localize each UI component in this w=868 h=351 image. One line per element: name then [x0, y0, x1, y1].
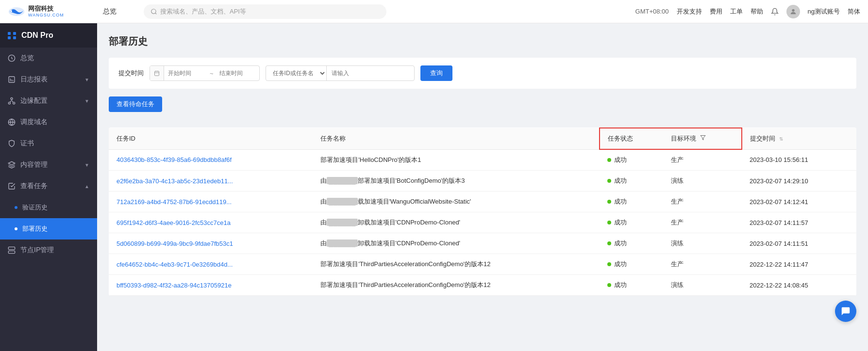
float-chat-button[interactable] — [835, 301, 856, 322]
svg-marker-20 — [701, 136, 705, 140]
start-date-input[interactable] — [164, 66, 208, 80]
chevron-down-icon: ▼ — [84, 77, 89, 82]
task-filter[interactable]: 任务ID或任务名 — [266, 65, 415, 81]
sidebar-item-certificate[interactable]: 证书 — [0, 133, 97, 154]
lang-switch[interactable]: 简体 — [848, 7, 860, 16]
task-id-cell[interactable]: cfe64652-bb4c-4eb3-9c71-0e3269bd4d... — [109, 254, 313, 275]
dot-active-icon — [15, 227, 17, 230]
task-id-cell[interactable]: 4036430b-853c-4f39-85a6-69dbdbb8af6f — [109, 149, 313, 171]
top-nav: 网宿科技 WANGSU.COM 总览 搜索域名、产品、文档、API等 GMT+0… — [0, 0, 868, 23]
sidebar: CDN Pro 总览 日志报表 ▼ 边缘配置 ▼ 调度 — [0, 23, 97, 351]
task-id-cell[interactable]: 712a2169-a4bd-4752-87b6-91ecdd119... — [109, 191, 313, 212]
task-status-cell: 成功 — [600, 233, 663, 254]
gauge-icon — [8, 54, 16, 62]
status-dot — [607, 158, 611, 162]
task-status-cell: 成功 — [600, 191, 663, 212]
username[interactable]: ng测试账号 — [808, 7, 840, 16]
chevron-up-icon: ▲ — [84, 184, 89, 189]
col-target-env: 目标环境 — [663, 128, 742, 149]
content-area: 部署历史 提交时间 ~ 任务ID或任务名 查询 查看待命任务 — [97, 23, 868, 351]
search-bar[interactable]: 搜索域名、产品、文档、API等 — [144, 4, 386, 19]
chevron-down-icon: ▼ — [84, 162, 89, 168]
target-env-cell: 演练 — [663, 171, 742, 191]
svg-point-4 — [792, 9, 794, 11]
search-icon — [150, 8, 157, 15]
task-name-cell: 由██████卸载加速项目'CDNProDemo-Cloned' — [313, 212, 600, 233]
svg-point-2 — [151, 9, 156, 13]
status-text: 成功 — [614, 281, 627, 288]
task-filter-select[interactable]: 任务ID或任务名 — [266, 66, 327, 80]
task-icon — [8, 182, 16, 190]
task-id-cell[interactable]: bff50393-d982-4f32-aa28-94c13705921e — [109, 275, 313, 296]
sidebar-item-view-tasks[interactable]: 查看任务 ▲ — [0, 176, 97, 197]
table-row: 712a2169-a4bd-4752-87b6-91ecdd119...由███… — [109, 191, 856, 212]
sort-icon[interactable]: ⇅ — [779, 136, 783, 142]
shield-icon — [8, 140, 16, 147]
dot-icon — [15, 206, 17, 209]
sidebar-item-node-ip[interactable]: 节点IP管理 — [0, 239, 97, 261]
sidebar-label-content: 内容管理 — [20, 160, 48, 169]
nav-overview[interactable]: 总览 — [95, 7, 124, 16]
status-dot — [607, 179, 611, 183]
target-env-cell: 演练 — [663, 275, 742, 296]
server-icon — [8, 246, 16, 254]
task-id-cell[interactable]: 5d060899-b699-499a-9bc9-9fdae7fb53c1 — [109, 233, 313, 254]
sidebar-item-edge-config[interactable]: 边缘配置 ▼ — [0, 90, 97, 112]
status-dot — [607, 283, 611, 287]
status-text: 成功 — [614, 260, 627, 268]
task-filter-input[interactable] — [327, 66, 414, 80]
sidebar-header: CDN Pro — [0, 23, 97, 48]
target-env-cell: 生产 — [663, 149, 742, 171]
task-name-cell: 部署加速项目'HelloCDNPro'的版本1 — [313, 149, 600, 171]
filter-label: 提交时间 — [118, 69, 144, 78]
sidebar-item-log-report[interactable]: 日志报表 ▼ — [0, 69, 97, 90]
col-task-id: 任务ID — [109, 128, 313, 149]
task-status-cell: 成功 — [600, 171, 663, 191]
calendar-icon — [150, 66, 164, 80]
ticket[interactable]: 工单 — [730, 7, 743, 16]
status-dot — [607, 262, 611, 266]
sidebar-label-cert: 证书 — [20, 139, 34, 148]
search-placeholder: 搜索域名、产品、文档、API等 — [160, 7, 246, 16]
dev-support[interactable]: 开发支持 — [677, 7, 702, 16]
filter-icon[interactable] — [700, 135, 706, 141]
task-status-cell: 成功 — [600, 149, 663, 171]
sidebar-label-overview: 总览 — [20, 54, 34, 63]
sidebar-item-verify-history[interactable]: 验证历史 — [0, 197, 97, 218]
chart-icon — [8, 76, 16, 83]
grid-icon — [8, 32, 17, 39]
avatar — [786, 5, 800, 18]
globe-icon — [8, 118, 16, 126]
query-button[interactable]: 查询 — [420, 65, 452, 81]
bell-icon[interactable] — [771, 8, 779, 16]
task-status-cell: 成功 — [600, 212, 663, 233]
submit-time-cell: 2022-12-22 14:11:47 — [742, 254, 856, 275]
submit-time-cell: 2023-02-07 14:29:10 — [742, 171, 856, 191]
sidebar-item-overview[interactable]: 总览 — [0, 48, 97, 69]
submit-time-cell: 2022-12-22 14:08:45 — [742, 275, 856, 296]
sidebar-item-schedule[interactable]: 调度域名 — [0, 112, 97, 133]
svg-line-3 — [155, 13, 157, 14]
main-layout: CDN Pro 总览 日志报表 ▼ 边缘配置 ▼ 调度 — [0, 23, 868, 351]
col-task-status: 任务状态 — [600, 128, 663, 149]
logo-icon — [8, 3, 25, 20]
billing[interactable]: 费用 — [710, 7, 722, 16]
col-task-name: 任务名称 — [313, 128, 600, 149]
svg-point-7 — [11, 97, 13, 99]
sidebar-item-content[interactable]: 内容管理 ▼ — [0, 154, 97, 176]
task-status-cell: 成功 — [600, 254, 663, 275]
pending-tasks-button[interactable]: 查看待命任务 — [109, 96, 162, 112]
chevron-down-icon: ▼ — [84, 98, 89, 104]
end-date-input[interactable] — [216, 66, 259, 80]
submit-time-cell: 2023-02-07 14:11:51 — [742, 233, 856, 254]
task-id-cell[interactable]: 695f1942-d6f3-4aee-9016-2fc53cc7ce1a — [109, 212, 313, 233]
brand-name: 网宿科技 — [28, 5, 64, 13]
table-row: 695f1942-d6f3-4aee-9016-2fc53cc7ce1a由███… — [109, 212, 856, 233]
page-title: 部署历史 — [109, 35, 856, 48]
date-range[interactable]: ~ — [150, 65, 260, 81]
submit-time-cell: 2023-02-07 14:12:41 — [742, 191, 856, 212]
sidebar-item-deploy-history[interactable]: 部署历史 — [0, 218, 97, 239]
table-row: 4036430b-853c-4f39-85a6-69dbdbb8af6f部署加速… — [109, 149, 856, 171]
help[interactable]: 帮助 — [751, 7, 763, 16]
task-id-cell[interactable]: e2f6e2ba-3a70-4c13-ab5c-23d1edeb11... — [109, 171, 313, 191]
